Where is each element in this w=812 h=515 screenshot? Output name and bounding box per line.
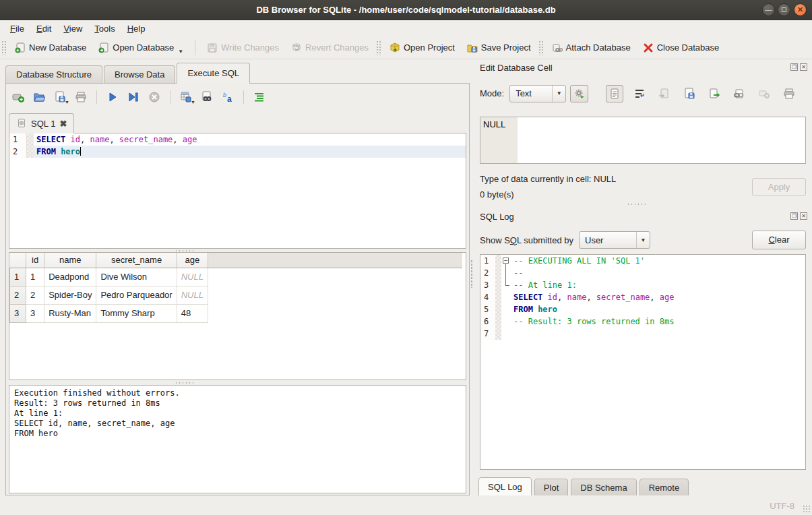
message-line: FROM hero xyxy=(14,429,461,439)
print-button[interactable] xyxy=(74,90,88,104)
bottom-tab-remote[interactable]: Remote xyxy=(639,479,689,497)
tab-browse-data[interactable]: Browse Data xyxy=(104,65,175,84)
dropdown-arrow-icon[interactable]: ▼ xyxy=(65,100,69,104)
float-panel-icon[interactable]: ❐ xyxy=(790,212,798,220)
toolbar-button-label: Attach Database xyxy=(566,42,631,53)
toolbar-drag-handle[interactable] xyxy=(538,40,543,55)
dropdown-arrow-icon[interactable]: ▼ xyxy=(191,100,195,104)
column-header-secret_name[interactable]: secret_name xyxy=(96,253,177,268)
table-row[interactable]: 33Rusty-ManTommy Sharp48 xyxy=(10,304,463,322)
sql-editor[interactable]: 1SELECT id, name, secret_name, age2FROM … xyxy=(9,133,466,249)
open-sql-tab-button[interactable] xyxy=(11,90,25,104)
fold-marker[interactable]: − xyxy=(501,255,511,267)
cell[interactable]: 48 xyxy=(177,304,208,322)
menu-help[interactable]: Help xyxy=(121,22,152,36)
sql-log-view[interactable]: 1−-- EXECUTING ALL IN 'SQL 1'2--3-- At l… xyxy=(480,254,806,470)
auto-mode-button[interactable] xyxy=(570,85,588,102)
toolbar-button-save-project[interactable]: Save Project xyxy=(461,40,537,56)
mode-select[interactable]: Text ▼ xyxy=(509,85,566,102)
tab-database-structure[interactable]: Database Structure xyxy=(5,65,102,84)
code-text: -- EXECUTING ALL IN 'SQL 1' xyxy=(511,255,805,267)
fold-marker[interactable] xyxy=(501,279,511,291)
format-sql-icon xyxy=(253,91,266,103)
cell[interactable]: 3 xyxy=(26,304,44,322)
bottom-tab-db-schema[interactable]: DB Schema xyxy=(571,479,636,497)
execute-line-button[interactable] xyxy=(127,90,140,104)
cell[interactable]: Pedro Parqueador xyxy=(96,286,177,304)
toolbar-button-open-database[interactable]: Open Database▼ xyxy=(92,40,189,56)
open-sql-file-button[interactable] xyxy=(32,90,46,104)
bottom-tab-sql-log[interactable]: SQL Log xyxy=(478,477,532,497)
table-row[interactable]: 11DeadpondDive WilsonNULL xyxy=(10,268,463,286)
autocomplete-button[interactable]: ba xyxy=(221,90,235,104)
toolbar-drag-handle[interactable] xyxy=(376,40,381,55)
right-dock: Edit Database Cell ❐ ✕ Mode: Text ▼ NULL… xyxy=(472,59,812,495)
format-sql-button[interactable] xyxy=(253,90,266,104)
column-header-name[interactable]: name xyxy=(44,253,96,268)
cell[interactable]: Deadpond xyxy=(44,268,96,286)
maximize-button[interactable] xyxy=(778,3,790,16)
find-button[interactable] xyxy=(200,90,214,104)
minimize-button[interactable]: — xyxy=(762,3,775,16)
toolbar-button-open-project[interactable]: Open Project xyxy=(383,40,461,56)
cell[interactable]: NULL xyxy=(177,286,208,304)
toolbar-separator xyxy=(170,90,170,104)
toolbar-drag-handle[interactable] xyxy=(1,40,6,55)
editor-line[interactable]: 1SELECT id, name, secret_name, age xyxy=(9,133,466,146)
titlebar[interactable]: DB Browser for SQLite - /home/user/code/… xyxy=(0,0,812,20)
row-number[interactable]: 2 xyxy=(10,286,26,304)
execution-message[interactable]: Execution finished without errors.Result… xyxy=(9,385,466,493)
print-button[interactable] xyxy=(780,85,798,102)
float-panel-icon[interactable]: ❐ xyxy=(790,63,798,71)
cell[interactable]: Rusty-Man xyxy=(44,304,96,322)
sql-document-icon xyxy=(16,118,27,129)
dock-inner-splitter[interactable] xyxy=(627,203,646,205)
toolbar-button-attach-database[interactable]: Attach Database xyxy=(546,40,637,56)
fold-marker[interactable] xyxy=(501,267,511,279)
export-button[interactable] xyxy=(706,85,723,102)
tab-execute-sql[interactable]: Execute SQL xyxy=(177,63,250,84)
menu-edit[interactable]: Edit xyxy=(30,22,57,36)
link-button[interactable] xyxy=(730,85,748,102)
toolbar-button-new-database[interactable]: New Database xyxy=(9,40,92,56)
bottom-tab-plot[interactable]: Plot xyxy=(534,479,568,497)
collapse-icon[interactable]: − xyxy=(503,258,509,264)
main-toolbar: New DatabaseOpen Database▼Write ChangesR… xyxy=(0,36,812,59)
results-message-splitter[interactable] xyxy=(9,381,466,384)
toolbar-button-label: Close Database xyxy=(657,42,720,53)
close-button[interactable]: ✕ xyxy=(794,3,807,16)
cell[interactable]: Spider-Boy xyxy=(44,286,96,304)
clear-log-button[interactable]: Clear xyxy=(752,231,806,249)
table-row[interactable]: 22Spider-BoyPedro ParqueadorNULL xyxy=(10,286,463,304)
cell[interactable]: 1 xyxy=(26,268,44,286)
word-wrap-button[interactable] xyxy=(631,85,648,102)
sql-file-tab[interactable]: SQL 1 ✖ xyxy=(9,113,74,133)
cell[interactable]: Dive Wilson xyxy=(96,268,177,286)
editor-line[interactable]: 2FROM hero xyxy=(9,146,466,158)
menu-view[interactable]: View xyxy=(57,22,88,36)
close-tab-icon[interactable]: ✖ xyxy=(59,119,67,129)
resize-grip[interactable] xyxy=(803,505,811,513)
row-number[interactable]: 3 xyxy=(10,304,26,322)
column-header-age[interactable]: age xyxy=(177,253,208,268)
cell[interactable]: Tommy Sharp xyxy=(96,304,177,322)
dropdown-arrow-icon[interactable]: ▼ xyxy=(178,49,183,55)
text-mode-button[interactable] xyxy=(606,85,623,102)
execute-all-button[interactable] xyxy=(106,90,119,104)
message-line: Result: 3 rows returned in 8ms xyxy=(14,398,461,408)
save-sql-file-button[interactable]: ▼ xyxy=(53,90,67,104)
cell-value-editor[interactable]: NULL xyxy=(480,117,806,164)
cell[interactable]: 2 xyxy=(26,286,44,304)
log-filter-select[interactable]: User ▼ xyxy=(579,231,650,249)
save-results-button[interactable]: ▼ xyxy=(179,90,193,104)
menu-file[interactable]: File xyxy=(4,22,30,36)
close-panel-icon[interactable]: ✕ xyxy=(800,212,807,220)
row-number[interactable]: 1 xyxy=(10,268,26,286)
menu-tools[interactable]: Tools xyxy=(88,22,121,36)
row-header-corner[interactable] xyxy=(10,253,26,268)
close-panel-icon[interactable]: ✕ xyxy=(800,63,807,71)
column-header-id[interactable]: id xyxy=(26,253,44,268)
toolbar-button-close-database[interactable]: Close Database xyxy=(637,40,726,56)
cell[interactable]: NULL xyxy=(177,268,208,286)
save-as-button[interactable] xyxy=(681,85,698,102)
